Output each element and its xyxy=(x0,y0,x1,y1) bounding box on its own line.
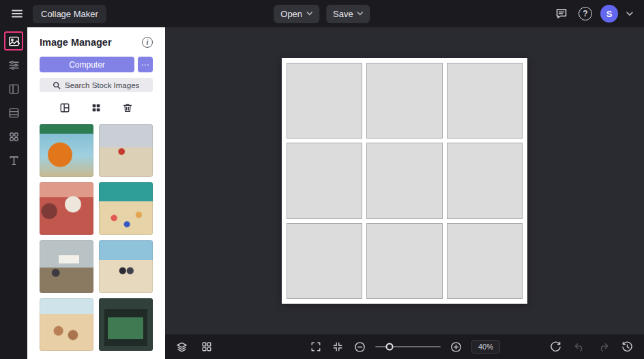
open-button-label: Open xyxy=(280,9,302,19)
rotate-icon xyxy=(550,341,561,353)
rail-item-frames[interactable] xyxy=(4,79,23,98)
collage-layout-icon[interactable] xyxy=(89,101,103,115)
zoom-out-button[interactable] xyxy=(353,340,367,354)
expand-icon xyxy=(310,341,321,352)
collage-cell[interactable] xyxy=(366,223,442,299)
topbar-left-group: Collage Maker xyxy=(8,5,106,23)
sliders-icon xyxy=(8,59,20,71)
zoom-in-button[interactable] xyxy=(449,340,463,354)
collage-cell[interactable] xyxy=(447,143,523,218)
save-button-label: Save xyxy=(333,9,353,19)
thumbnail-grid xyxy=(40,124,153,351)
account-menu-button[interactable] xyxy=(624,9,636,19)
photo-thumbnail-3[interactable] xyxy=(40,182,93,235)
chevron-down-icon xyxy=(357,12,364,16)
photo-thumbnail-7[interactable] xyxy=(40,298,93,351)
hamburger-menu-button[interactable] xyxy=(8,5,26,23)
photo-thumbnail-5[interactable] xyxy=(40,240,93,293)
bottom-toolbar: 40% xyxy=(165,334,644,359)
zoom-level-value[interactable]: 40% xyxy=(471,340,500,354)
chevron-down-icon xyxy=(306,12,312,16)
rail-item-images[interactable] xyxy=(4,31,23,51)
canvas-area: 40% xyxy=(165,27,644,359)
collage-cell[interactable] xyxy=(366,143,442,218)
zoom-slider-track xyxy=(375,346,441,347)
hamburger-icon xyxy=(11,8,23,20)
photo-thumbnail-1[interactable] xyxy=(40,124,93,177)
redo-button[interactable] xyxy=(596,340,611,354)
undo-icon xyxy=(574,341,585,353)
history-icon xyxy=(621,341,633,353)
collage-cell[interactable] xyxy=(287,143,362,218)
rail-item-text[interactable] xyxy=(4,151,23,170)
help-icon: ? xyxy=(579,7,592,20)
search-input[interactable] xyxy=(65,81,140,89)
help-button[interactable]: ? xyxy=(576,4,595,23)
open-button[interactable]: Open xyxy=(274,5,319,23)
avatar[interactable]: S xyxy=(600,5,618,23)
topbar-right-group: ? S xyxy=(553,4,636,23)
bottombar-left-group xyxy=(175,340,214,354)
rail-item-adjust[interactable] xyxy=(4,55,23,74)
source-row: Computer ⋯ xyxy=(40,57,153,72)
app-title-button[interactable]: Collage Maker xyxy=(33,5,106,23)
bottombar-right-group xyxy=(548,340,634,354)
history-button[interactable] xyxy=(620,340,634,354)
sheet-area xyxy=(165,27,644,334)
photo-thumbnail-2[interactable] xyxy=(99,124,153,177)
image-manager-panel: Image Manager i Computer ⋯ xyxy=(27,27,165,359)
grid-layout-icon[interactable] xyxy=(58,101,72,115)
refresh-canvas-button[interactable] xyxy=(548,340,563,354)
content-area: Image Manager i Computer ⋯ xyxy=(0,27,644,359)
feedback-button[interactable] xyxy=(553,5,570,23)
text-icon xyxy=(8,155,20,167)
topbar-center-group: Open Save xyxy=(274,0,370,27)
tool-rail xyxy=(0,27,27,359)
comment-icon xyxy=(555,8,568,20)
undo-button[interactable] xyxy=(572,340,587,354)
templates-icon xyxy=(8,107,20,119)
thumbnail-tools-row xyxy=(40,101,153,115)
redo-icon xyxy=(598,341,609,353)
collage-cell[interactable] xyxy=(287,63,362,139)
collage-sheet xyxy=(282,58,527,304)
shrink-icon xyxy=(332,341,343,352)
photo-thumbnail-4[interactable] xyxy=(99,182,153,235)
layers-icon xyxy=(176,341,188,353)
image-icon xyxy=(8,35,20,47)
zoom-in-icon xyxy=(450,341,462,353)
actual-size-button[interactable] xyxy=(331,340,345,354)
collage-cell[interactable] xyxy=(447,63,523,139)
app-window: Collage Maker Open Save xyxy=(0,0,644,359)
collage-cell[interactable] xyxy=(447,223,523,299)
grid-icon xyxy=(201,341,212,352)
info-icon[interactable]: i xyxy=(142,37,153,48)
stock-image-search[interactable] xyxy=(40,78,153,92)
collage-cell[interactable] xyxy=(366,63,442,139)
trash-icon[interactable] xyxy=(121,101,134,115)
fit-to-screen-button[interactable] xyxy=(309,340,323,354)
frame-layout-icon xyxy=(8,83,20,95)
layers-button[interactable] xyxy=(175,340,189,354)
zoom-out-icon xyxy=(354,341,366,353)
chevron-down-icon xyxy=(626,12,633,16)
photo-thumbnail-6[interactable] xyxy=(99,240,153,293)
search-icon xyxy=(53,81,61,89)
panel-title: Image Manager xyxy=(40,37,112,48)
panel-header: Image Manager i xyxy=(40,37,153,48)
computer-upload-button[interactable]: Computer xyxy=(40,57,134,72)
collage-cell[interactable] xyxy=(287,223,362,299)
photo-thumbnail-8[interactable] xyxy=(99,298,153,351)
zoom-slider-knob[interactable] xyxy=(386,343,394,351)
grid-view-button[interactable] xyxy=(200,340,214,354)
rail-item-elements[interactable] xyxy=(4,127,23,146)
more-options-button[interactable]: ⋯ xyxy=(138,57,153,72)
save-button[interactable]: Save xyxy=(326,5,370,23)
rail-item-templates[interactable] xyxy=(4,103,23,122)
zoom-slider[interactable] xyxy=(375,346,441,347)
shapes-icon xyxy=(8,131,20,143)
top-bar: Collage Maker Open Save xyxy=(0,0,644,27)
zoom-controls: 40% xyxy=(309,340,500,354)
